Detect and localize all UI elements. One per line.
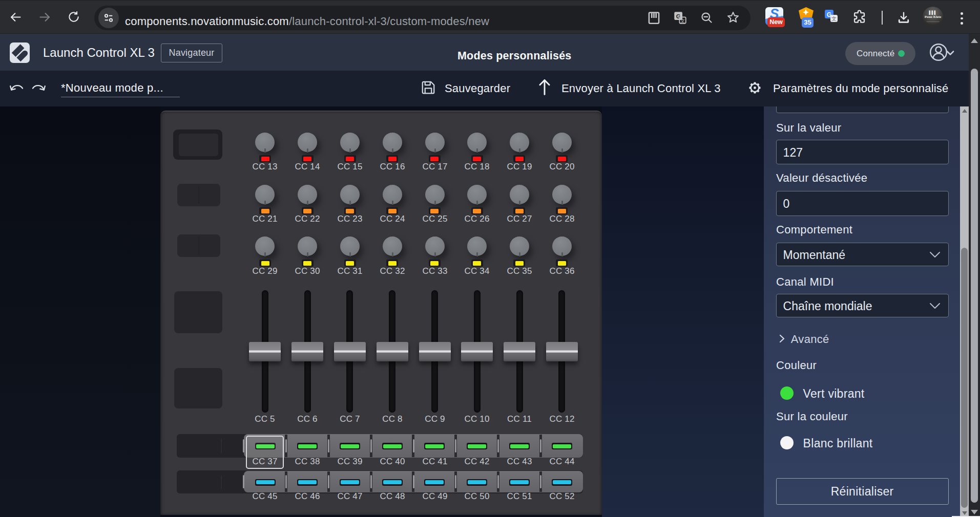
svg-text:文: 文 — [680, 18, 685, 24]
svg-text:文: 文 — [831, 16, 837, 21]
